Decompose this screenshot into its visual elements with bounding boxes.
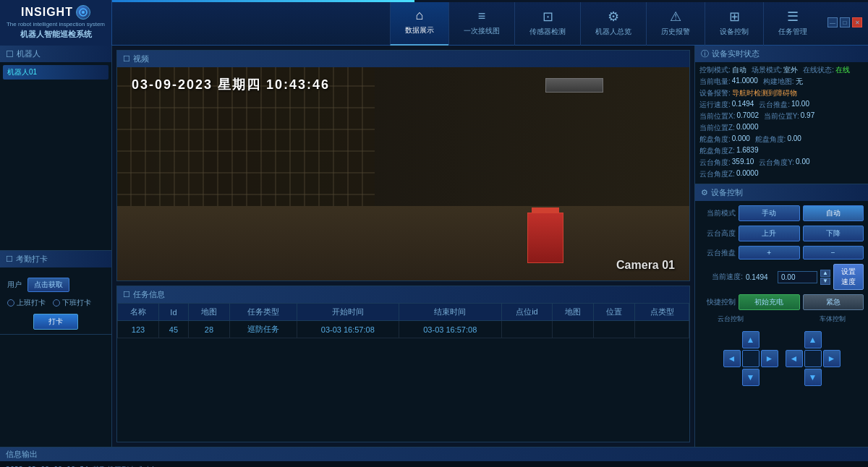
video-header-icon: ☐ xyxy=(123,54,130,64)
robot-icon: ⚙ xyxy=(608,9,619,25)
auto-btn[interactable]: 自动 xyxy=(803,205,864,221)
top-nav: INSIGHT The robot intelligent inspection… xyxy=(0,0,868,46)
robot-item-1[interactable]: 机器人01 xyxy=(3,65,109,80)
status-val-rudder-z: 1.6839 xyxy=(736,146,759,156)
close-button[interactable]: ✕ xyxy=(852,17,862,27)
robot-section: ☐ 机器人 机器人01 xyxy=(0,46,111,251)
status-item-mode: 控制模式: 自动 xyxy=(699,65,746,75)
ptz-joy-bl xyxy=(723,369,741,386)
ptz-joy-tl xyxy=(723,331,741,348)
checkout-radio[interactable]: 下班打卡 xyxy=(53,298,91,308)
nav-tab-control[interactable]: ⊞ 设备控制 xyxy=(705,0,763,46)
ptz-height-label: 云台高度 xyxy=(699,228,736,239)
status-row-2: 当前电量: 41.0000 构建地图: 无 xyxy=(699,77,864,87)
ptz-up-btn[interactable]: 上升 xyxy=(739,226,800,241)
att-fetch-button[interactable]: 点击获取 xyxy=(27,278,69,292)
speed-input[interactable] xyxy=(778,271,817,283)
speed-label: 当前速度: xyxy=(699,272,743,282)
col-type: 任务类型 xyxy=(229,304,297,321)
camera-label: Camera 01 xyxy=(616,259,675,272)
chassis-joy-right[interactable]: ► xyxy=(823,350,841,367)
charge-btn[interactable]: 初始充电 xyxy=(739,294,800,310)
ptz-plus-btn[interactable]: + xyxy=(739,246,800,260)
status-item-pos-x: 当前位置X: 0.7002 xyxy=(699,111,759,121)
chassis-joy-up[interactable]: ▲ xyxy=(804,331,822,348)
status-key-pos-z: 当前位置Z: xyxy=(699,123,735,133)
status-row-alarm: 设备报警: 导航时检测到障碍物 xyxy=(699,88,864,98)
status-row-6: 云台角度: 359.10 云台角度Y: 0.00 云台角度Z: 0.0000 xyxy=(699,158,864,179)
emergency-btn[interactable]: 紧急 xyxy=(803,294,864,310)
task-id: 45 xyxy=(158,321,188,338)
speed-step-up[interactable]: ▲ xyxy=(820,270,830,277)
maximize-button[interactable]: □ xyxy=(840,17,850,27)
chassis-joy-down[interactable]: ▼ xyxy=(804,369,822,386)
device-status-title: 设备实时状态 xyxy=(712,48,760,59)
window-controls: — □ ✕ xyxy=(822,17,868,27)
attendance-header: ☐ 考勤打卡 xyxy=(0,251,111,267)
task-map2 xyxy=(553,321,594,338)
ptz-joy-up[interactable]: ▲ xyxy=(742,331,760,348)
status-key-ptz-x: 云台角度: xyxy=(699,158,731,168)
nav-tab-sensor[interactable]: ⊡ 传感器检测 xyxy=(514,0,580,46)
robot-header-icon: ☐ xyxy=(6,49,14,59)
nav-tab-history[interactable]: ⚠ 历史报警 xyxy=(646,0,705,46)
nav-tab-task[interactable]: ☰ 任务管理 xyxy=(763,0,822,46)
status-item-ptz-push: 云台推盘: 10.00 xyxy=(759,100,809,110)
nav-label-map: 一次接线图 xyxy=(464,26,500,36)
ptz-ctrl-label: 云台控制 xyxy=(702,314,759,324)
nav-label-history: 历史报警 xyxy=(661,27,690,37)
control-content: 当前模式 手动 自动 云台高度 上升 下降 云台推盘 + − xyxy=(695,201,868,393)
status-key-mode: 控制模式: xyxy=(699,65,731,75)
speed-stepper: ▲ ▼ xyxy=(820,270,830,285)
col-id: Id xyxy=(158,304,188,321)
set-speed-btn[interactable]: 设置速度 xyxy=(833,264,864,290)
status-key-rudder-y: 舵盘角度: xyxy=(755,134,786,145)
status-item-pos-y: 当前位置Y: 0.97 xyxy=(764,111,814,121)
device-status-section: ⓘ 设备实时状态 控制模式: 自动 场景模式: 室外 在线状 xyxy=(695,46,868,184)
status-val-scene: 室外 xyxy=(783,65,798,75)
att-submit-button[interactable]: 打卡 xyxy=(33,314,78,330)
task-name: 123 xyxy=(118,321,159,338)
task-map: 28 xyxy=(188,321,229,338)
mode-label: 当前模式 xyxy=(699,208,736,218)
manual-btn[interactable]: 手动 xyxy=(739,205,800,221)
device-status-header: ⓘ 设备实时状态 xyxy=(695,46,868,62)
status-key-power: 当前电量: xyxy=(699,77,731,87)
status-val-rudder-y: 0.00 xyxy=(787,134,801,145)
robot-section-header: ☐ 机器人 xyxy=(0,46,111,62)
checkin-radio[interactable]: 上班打卡 xyxy=(7,298,46,308)
att-radio-row: 上班打卡 下班打卡 xyxy=(4,298,107,308)
ptz-joy-right[interactable]: ► xyxy=(761,350,778,367)
status-val-speed: 0.1494 xyxy=(732,100,754,110)
speed-current-val: 0.1494 xyxy=(746,273,775,281)
ptz-joy-down[interactable]: ▼ xyxy=(742,369,760,386)
logo-text: INSIGHT xyxy=(21,6,73,19)
nav-tab-map[interactable]: ≡ 一次接线图 xyxy=(448,0,514,46)
task-section: ☐ 任务信息 名称 Id 地图 任务类型 开始时间 结束时间 点位id 地图 位… xyxy=(116,286,690,442)
status-key-pos-y: 当前位置Y: xyxy=(764,111,799,121)
ptz-minus-btn[interactable]: − xyxy=(803,246,864,260)
col-pos: 位置 xyxy=(594,304,635,321)
status-val-buildmap: 无 xyxy=(796,77,803,87)
status-val-power: 41.0000 xyxy=(732,77,758,87)
main-content: ☐ 机器人 机器人01 ☐ 考勤打卡 用户 点击获取 xyxy=(0,46,868,447)
speed-step-down[interactable]: ▼ xyxy=(820,278,830,285)
ptz-control: ▲ ◄ ► ▼ ▲ ◄ xyxy=(699,328,864,389)
left-sidebar: ☐ 机器人 机器人01 ☐ 考勤打卡 用户 点击获取 xyxy=(0,46,112,447)
minimize-button[interactable]: — xyxy=(827,17,838,27)
nav-label-robot: 机器人总览 xyxy=(595,27,631,37)
ceiling-equipment xyxy=(545,78,603,93)
ptz-down-btn[interactable]: 下降 xyxy=(803,226,864,241)
ptz-joy-left[interactable]: ◄ xyxy=(723,350,741,367)
nav-tab-robot[interactable]: ⚙ 机器人总览 xyxy=(580,0,646,46)
nav-tab-dashboard[interactable]: ⌂ 数据展示 xyxy=(390,0,448,46)
status-key-speed: 运行速度: xyxy=(699,100,731,110)
task-row-1[interactable]: 123 45 28 巡防任务 03-03 16:57:08 03-03 16:5… xyxy=(118,321,689,338)
robot-item-label: 机器人01 xyxy=(7,67,37,77)
status-item-ptz-x: 云台角度: 359.10 xyxy=(699,158,754,168)
device-control-section: ⚙ 设备控制 当前模式 手动 自动 云台高度 上升 下降 云台推盘 xyxy=(695,184,868,447)
logo-circle xyxy=(76,5,90,20)
status-val-mode: 自动 xyxy=(732,65,746,75)
status-item-ptz-z: 云台角度Z: 0.0000 xyxy=(699,169,758,179)
chassis-joy-left[interactable]: ◄ xyxy=(786,350,803,367)
